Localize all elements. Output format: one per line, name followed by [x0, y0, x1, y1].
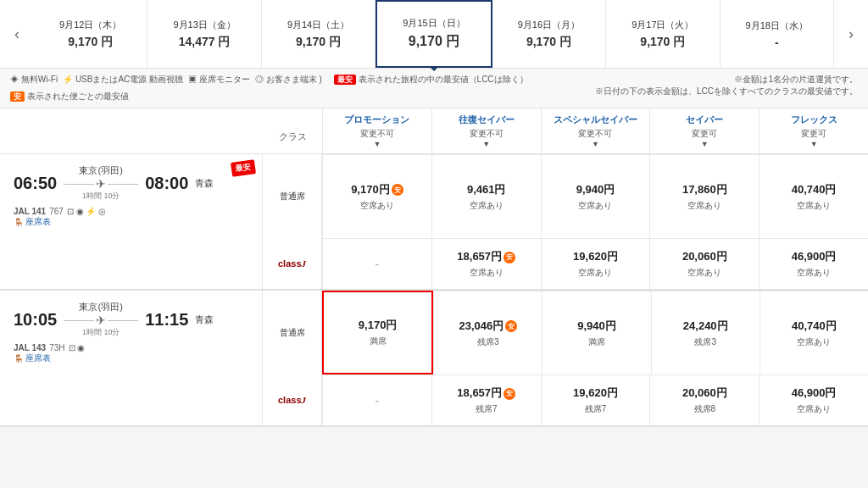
- seat-link[interactable]: 🪑 座席表: [14, 216, 248, 228]
- price-amount: 9,940円: [576, 182, 615, 197]
- flight-group-0: 最安 06:50 東京(羽田) ———— ✈ ———— 1時間 10分: [0, 154, 868, 291]
- price-cell-f0-c1-p3[interactable]: 20,060円 空席あり: [649, 238, 759, 289]
- price-cell-f0-c0-p0[interactable]: 9,170円安 空席あり: [322, 154, 431, 238]
- price-status: 空席あり: [578, 267, 612, 279]
- date-price: 9,170 円: [640, 35, 685, 50]
- price-amount: 18,657円安: [457, 249, 515, 264]
- fare-name[interactable]: 往復セイバー: [436, 114, 537, 126]
- date-label: 9月13日（金）: [173, 19, 235, 31]
- prev-date-arrow[interactable]: ‹: [0, 0, 34, 68]
- class-label: 普通席: [280, 191, 305, 202]
- fare-arrow[interactable]: ▼: [326, 140, 428, 148]
- price-dash: -: [376, 394, 380, 408]
- date-label: 9月17日（火）: [632, 19, 693, 31]
- wifi-icon: ◈ 無料Wi-Fi: [10, 74, 58, 86]
- price-dash: -: [376, 258, 380, 271]
- price-cell-f0-c0-p2[interactable]: 9,940円 空席あり: [541, 154, 650, 238]
- date-price: -: [775, 36, 779, 49]
- price-cell-f1-c0-p3[interactable]: 24,240円 残席3: [651, 291, 760, 374]
- price-status: 空席あり: [797, 403, 831, 415]
- flight-meta: JAL 143 73H ⊡ ◉: [14, 343, 248, 352]
- price-amount: 24,240円: [683, 319, 728, 334]
- yasui-circle: 安: [392, 184, 403, 196]
- saikyo-tag: 最安: [231, 159, 256, 177]
- yasui-circle: 安: [505, 320, 517, 332]
- date-cell-1[interactable]: 9月13日（金） 14,477 円: [147, 0, 261, 68]
- empty-flight-info: [0, 374, 263, 425]
- fare-header-3: セイバー 変更可 ▼: [649, 108, 759, 153]
- flight-times: 06:50 東京(羽田) ———— ✈ ———— 1時間 10分 08:: [14, 164, 248, 202]
- price-amount: 19,620円: [573, 249, 618, 264]
- class-label-cell-1-0: 普通席: [263, 291, 322, 374]
- route-line: ———— ✈ ————: [64, 313, 138, 327]
- date-cell-3[interactable]: 9月15日（日） 9,170 円: [376, 0, 492, 68]
- fare-arrow[interactable]: ▼: [545, 140, 647, 148]
- seat-link-text[interactable]: 座席表: [25, 352, 51, 364]
- date-cell-4[interactable]: 9月16日（月） 9,170 円: [492, 0, 606, 68]
- price-cell-f1-c1-p3[interactable]: 20,060円 残席8: [649, 374, 759, 425]
- price-cell-f1-c0-p2[interactable]: 9,940円 満席: [542, 291, 650, 374]
- main-container: ‹ 9月12日（木） 9,170 円 9月13日（金） 14,477 円 9月1…: [0, 0, 868, 427]
- flight-number: JAL 141: [14, 207, 46, 216]
- seat-link[interactable]: 🪑 座席表: [14, 352, 248, 364]
- price-cell-f0-c1-p1[interactable]: 18,657円安 空席あり: [431, 238, 541, 289]
- fare-header-0: プロモーション 変更不可 ▼: [322, 108, 431, 153]
- empty-flight-info: [0, 238, 263, 289]
- fare-name[interactable]: スペシャルセイバー: [545, 114, 647, 126]
- price-cell-f1-c0-p0[interactable]: 9,170円 満席: [322, 291, 433, 374]
- date-label: 9月18日（水）: [746, 19, 808, 32]
- fare-header-1: 往復セイバー 変更不可 ▼: [431, 108, 541, 153]
- date-cell-2[interactable]: 9月14日（土） 9,170 円: [262, 0, 376, 68]
- date-cell-6[interactable]: 9月18日（水） -: [721, 0, 834, 68]
- price-cell-f0-c0-p4[interactable]: 40,740円 空席あり: [759, 154, 868, 238]
- class-j-label: classJ: [278, 395, 306, 405]
- legend-notes: ※金額は1名分の片道運賃です。 ※日付の下の表示金額は、LCCを除くすべてのクラ…: [595, 74, 858, 97]
- price-cell-f0-c0-p3[interactable]: 17,860円 空席あり: [649, 154, 759, 238]
- flight-info-1: 10:05 東京(羽田) ———— ✈ ———— 1時間 10分 11:: [0, 291, 263, 374]
- dep-airport: 東京(羽田): [79, 164, 122, 177]
- fare-name[interactable]: セイバー: [654, 114, 755, 126]
- price-amount: 9,170円安: [351, 182, 403, 197]
- usb-icon: ⚡ USBまたはAC電源 動画視聴: [63, 74, 183, 86]
- date-price: 14,477 円: [179, 35, 231, 50]
- price-status: 残席7: [585, 403, 607, 415]
- price-cell-f1-c1-p0: -: [322, 374, 431, 425]
- fare-arrow[interactable]: ▼: [763, 140, 865, 148]
- price-cell-f1-c1-p2[interactable]: 19,620円 残席7: [541, 374, 650, 425]
- dep-airport: 東京(羽田): [79, 301, 122, 313]
- price-cell-f0-c1-p2[interactable]: 19,620円 空席あり: [541, 238, 650, 289]
- fare-header-2: スペシャルセイバー 変更不可 ▼: [541, 108, 650, 153]
- price-cell-f1-c1-p1[interactable]: 18,657円安 残席7: [431, 374, 541, 425]
- price-status: 空席あり: [687, 267, 721, 279]
- price-cell-f1-c0-p4[interactable]: 40,740円 空席あり: [760, 291, 868, 374]
- class-label-cell-0-0: 普通席: [263, 154, 322, 238]
- price-cell-f1-c0-p1[interactable]: 23,046円安 残席3: [433, 291, 542, 374]
- date-cell-0[interactable]: 9月12日（木） 9,170 円: [34, 0, 147, 68]
- departure-time: 10:05: [14, 310, 57, 330]
- arr-airport: 青森: [195, 177, 214, 190]
- fare-name[interactable]: プロモーション: [326, 114, 428, 126]
- yasui-circle: 安: [504, 388, 515, 400]
- price-amount: 9,940円: [577, 319, 616, 334]
- price-status: 空席あり: [797, 200, 831, 212]
- fare-name[interactable]: フレックス: [763, 114, 865, 126]
- fare-change: 変更不可: [326, 128, 428, 140]
- plane-icon: ✈: [96, 177, 106, 191]
- arr-airport: 青森: [195, 313, 214, 326]
- date-cell-5[interactable]: 9月17日（火） 9,170 円: [606, 0, 720, 68]
- seat-link-text[interactable]: 座席表: [25, 216, 51, 228]
- price-cell-f0-c0-p1[interactable]: 9,461円 空席あり: [431, 154, 541, 238]
- fare-headers: プロモーション 変更不可 ▼ 往復セイバー 変更不可 ▼ スペシャルセイバー 変…: [322, 108, 868, 153]
- price-cell-f0-c1-p4[interactable]: 46,900円 空席あり: [759, 238, 868, 289]
- price-amount: 20,060円: [682, 385, 727, 401]
- next-date-arrow[interactable]: ›: [834, 0, 868, 68]
- price-amount: 46,900円: [792, 385, 837, 401]
- legend-bar: ◈ 無料Wi-Fi ⚡ USBまたはAC電源 動画視聴 ▣ 座席モニター ◎ お…: [0, 69, 868, 108]
- class-row-0-1: classJ - 18,657円安 空席あり 19,620円 空席あり: [0, 238, 868, 289]
- fare-arrow[interactable]: ▼: [436, 140, 537, 148]
- price-cell-f1-c1-p4[interactable]: 46,900円 空席あり: [759, 374, 868, 425]
- flight-info-header: [0, 108, 263, 153]
- active-indicator: [429, 66, 439, 71]
- fare-arrow[interactable]: ▼: [654, 140, 755, 148]
- price-amount: 46,900円: [792, 249, 837, 264]
